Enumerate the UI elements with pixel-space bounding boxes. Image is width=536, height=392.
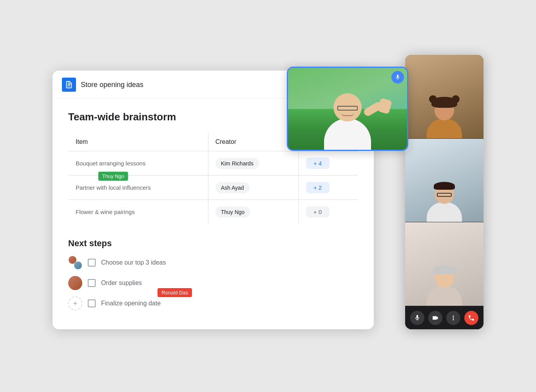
vote-chip[interactable]: + 4 [306,158,330,169]
checkbox[interactable] [88,279,96,287]
votes-cell: + 0 [299,200,358,224]
checklist: Choose our top 3 ideas Order supplies [68,256,358,310]
tooltip-container: Partner with local influencers Thuy Ngo [76,184,151,191]
doc-title: Store opening ideas [81,81,143,89]
svg-rect-0 [67,85,70,85]
more-options-button[interactable] [446,311,460,325]
video-thumb-3 [405,222,483,306]
checklist-item: Order supplies [68,276,358,290]
creator-cell: Ash Ayad [208,176,299,200]
video-thumb-1 [405,55,483,138]
col-item: Item [69,133,208,151]
creator-chip: Ash Ayad [215,182,250,193]
mic-indicator [391,71,404,83]
video-thumb-2 [405,138,483,222]
tooltip-label: Thuy Ngo [98,172,128,181]
col-creator: Creator [208,133,299,151]
video-controls [405,306,483,329]
checklist-text: Order supplies [101,279,142,287]
checkbox[interactable] [88,259,96,267]
svg-rect-2 [67,83,69,84]
tooltip-label: Ronald Das [158,288,192,297]
table-row: Partner with local influencers Thuy Ngo … [69,176,358,200]
item-cell: Partner with local influencers Thuy Ngo [69,176,208,200]
item-cell: Bouquet arranging lessons [69,151,208,176]
section2-title: Next steps [68,238,358,249]
main-video-featured [287,67,408,151]
checklist-text: Choose our top 3 ideas [101,259,166,266]
checklist-text: Finalize opening date [101,300,161,307]
votes-cell: + 2 [299,176,358,200]
video-call-panel [405,55,483,329]
assignee-add-avatar[interactable] [68,296,82,310]
assignee-multi-avatar [68,256,82,270]
votes-cell: + 4 [299,151,358,176]
creator-cell: Kim Richards [208,151,299,176]
creator-chip: Kim Richards [215,158,259,169]
camera-button[interactable] [428,311,442,325]
mute-button[interactable] [410,311,424,325]
end-call-button[interactable] [464,311,478,325]
table-row: Flower & wine pairings Thuy Ngo + 0 [69,200,358,224]
checkbox[interactable] [88,299,96,307]
vote-chip[interactable]: + 0 [306,206,330,218]
creator-chip: Thuy Ngo [215,207,250,218]
creator-cell: Thuy Ngo [208,200,299,224]
checklist-item: Choose our top 3 ideas [68,256,358,270]
vote-chip[interactable]: + 2 [306,182,330,193]
doc-icon [62,78,76,92]
tooltip-container: Finalize opening date Ronald Das [101,300,161,307]
item-cell: Flower & wine pairings [69,200,208,224]
assignee-single-avatar [68,276,82,290]
svg-rect-1 [67,86,70,86]
checklist-item: Finalize opening date Ronald Das [68,296,358,310]
